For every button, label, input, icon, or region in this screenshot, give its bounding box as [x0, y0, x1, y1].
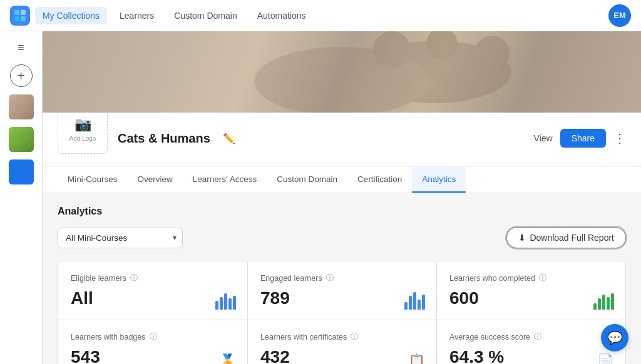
bar-chart-completed — [593, 292, 614, 310]
filter-wrapper: All Mini-Courses — [58, 228, 183, 248]
bar — [409, 296, 412, 310]
stat-engaged-learners: Engaged learners ⓘ 789 — [247, 261, 436, 320]
info-icon-engaged[interactable]: ⓘ — [326, 273, 334, 283]
analytics-toolbar: All Mini-Courses ⬇ Download Full Report — [58, 227, 626, 248]
download-report-button[interactable]: ⬇ Download Full Report — [506, 227, 626, 248]
svg-rect-3 — [21, 16, 26, 21]
app-logo[interactable] — [10, 6, 30, 26]
badge-icon: 🏅 — [219, 353, 236, 364]
nav-automations[interactable]: Automations — [250, 7, 314, 24]
stat-badges-learners: Learners with badges ⓘ 543 🏅 — [58, 320, 247, 364]
title-actions: View Share ⋮ — [534, 129, 626, 148]
stat-cert-learners: Learners with certificates ⓘ 432 📋 — [247, 320, 436, 364]
camera-icon: 📷 — [74, 116, 91, 133]
bar — [602, 295, 605, 310]
share-button[interactable]: Share — [560, 129, 606, 148]
more-options-button[interactable]: ⋮ — [613, 131, 626, 146]
bar — [233, 296, 236, 310]
download-label: Download Full Report — [530, 233, 614, 243]
bar — [418, 300, 421, 310]
bar — [611, 293, 614, 310]
collection-title: Cats & Humans — [118, 131, 210, 146]
tab-overview[interactable]: Overview — [128, 167, 183, 193]
add-collection-button[interactable]: + — [10, 64, 33, 87]
nav-custom-domain[interactable]: Custom Domain — [167, 7, 244, 24]
svg-rect-1 — [21, 9, 26, 14]
tab-analytics[interactable]: Analytics — [412, 167, 466, 193]
bar — [422, 295, 425, 310]
bar-chart-engaged — [404, 292, 425, 310]
mini-courses-filter[interactable]: All Mini-Courses — [58, 228, 183, 248]
info-icon-badges[interactable]: ⓘ — [150, 331, 157, 342]
chat-button[interactable]: 💬 — [601, 324, 628, 351]
tab-learners-access[interactable]: Learners' Access — [183, 167, 267, 193]
bar — [404, 302, 408, 310]
collection-banner — [43, 31, 641, 113]
bar — [215, 301, 218, 310]
download-icon: ⬇ — [518, 233, 526, 243]
tab-custom-domain[interactable]: Custom Domain — [267, 167, 347, 193]
stat-completed-learners: Learners who completed ⓘ 600 — [436, 261, 625, 320]
stats-row-2: Learners with badges ⓘ 543 🏅 Learners wi… — [58, 320, 625, 364]
stat-label-badges: Learners with badges ⓘ — [71, 331, 235, 342]
bar — [224, 293, 227, 310]
info-icon-eligible[interactable]: ⓘ — [130, 273, 138, 283]
stat-eligible-learners: Eligible learners ⓘ All — [58, 261, 247, 320]
info-icon-certs[interactable]: ⓘ — [351, 331, 358, 342]
top-nav: My Collections Learners Custom Domain Au… — [0, 0, 641, 31]
bar-chart-eligible — [215, 292, 236, 310]
bar — [598, 298, 601, 310]
bar — [413, 292, 416, 310]
sidebar-menu-icon[interactable]: ≡ — [15, 39, 27, 57]
sidebar-collection-blue[interactable] — [9, 159, 34, 185]
bar — [228, 298, 232, 310]
stats-row-1: Eligible learners ⓘ All — [58, 261, 625, 320]
main-content: 📷 Add Logo Cats & Humans ✏️ View Share ⋮… — [43, 31, 641, 364]
sidebar-collection-cat[interactable] — [9, 94, 34, 119]
bar — [607, 297, 610, 310]
tab-mini-courses[interactable]: Mini-Courses — [58, 167, 128, 193]
stat-label-score: Average success score ⓘ — [449, 331, 613, 342]
chat-icon: 💬 — [607, 330, 623, 345]
add-logo-label: Add Logo — [69, 135, 96, 142]
stats-grid: Eligible learners ⓘ All — [58, 261, 626, 364]
stat-label-completed: Learners who completed ⓘ — [449, 273, 613, 283]
stat-value-eligible: All — [71, 288, 235, 308]
tab-certification[interactable]: Certification — [347, 167, 412, 193]
svg-rect-2 — [14, 16, 19, 21]
stat-value-certs: 432 — [260, 347, 424, 364]
stat-label-eligible: Eligible learners ⓘ — [71, 273, 235, 283]
info-icon-score[interactable]: ⓘ — [534, 331, 541, 342]
stat-value-badges: 543 — [71, 347, 235, 364]
bar — [220, 297, 223, 310]
analytics-section: Analytics All Mini-Courses ⬇ Download Fu… — [43, 193, 641, 364]
bar — [593, 303, 597, 310]
stat-success-score: Average success score ⓘ 64.3 % 📄 — [436, 320, 625, 364]
stat-value-completed: 600 — [449, 288, 613, 308]
nav-my-collections[interactable]: My Collections — [35, 7, 107, 24]
sidebar: ≡ + — [0, 31, 43, 364]
analytics-title: Analytics — [58, 206, 626, 217]
stat-label-certs: Learners with certificates ⓘ — [260, 331, 424, 342]
svg-rect-0 — [14, 9, 19, 14]
svg-point-8 — [474, 36, 510, 71]
title-card: 📷 Add Logo Cats & Humans ✏️ View Share ⋮ — [43, 113, 641, 167]
stat-value-score: 64.3 % — [449, 347, 613, 364]
info-icon-completed[interactable]: ⓘ — [539, 273, 546, 283]
user-avatar[interactable]: EM — [608, 4, 631, 27]
cert-icon: 📋 — [408, 353, 425, 364]
tabs-bar: Mini-Courses Overview Learners' Access C… — [43, 167, 641, 193]
stat-label-engaged: Engaged learners ⓘ — [260, 273, 424, 283]
edit-title-icon[interactable]: ✏️ — [223, 133, 235, 144]
sidebar-collection-green[interactable] — [9, 127, 34, 152]
stat-value-engaged: 789 — [260, 288, 424, 308]
svg-point-6 — [373, 31, 411, 69]
view-link[interactable]: View — [534, 133, 553, 143]
nav-learners[interactable]: Learners — [112, 7, 162, 24]
score-icon: 📄 — [597, 353, 614, 364]
